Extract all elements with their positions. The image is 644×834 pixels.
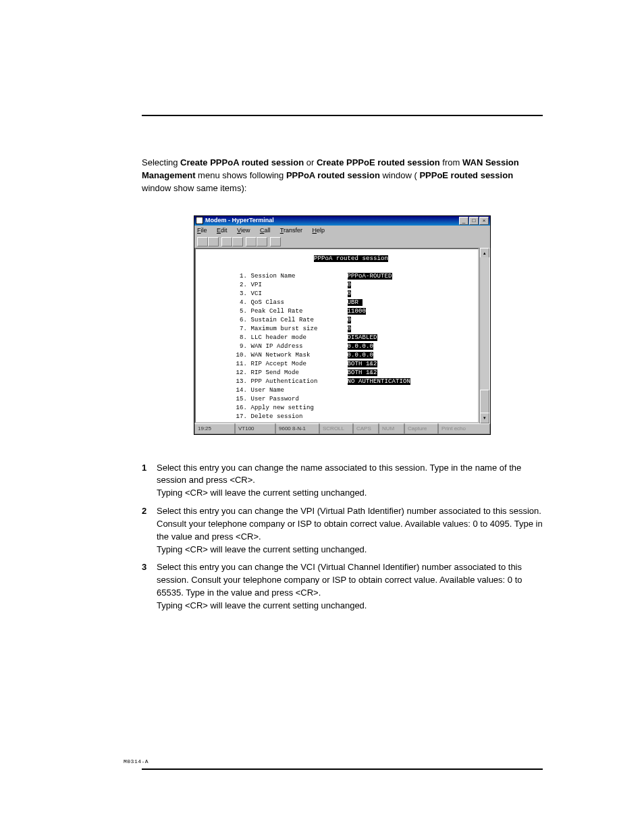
item-text: Typing <CR> will leave the current setti… bbox=[157, 488, 367, 498]
t: menu shows following bbox=[198, 170, 286, 180]
close-icon[interactable]: × bbox=[479, 217, 489, 225]
t: from bbox=[442, 157, 462, 167]
t: PPPoE routed session bbox=[419, 170, 513, 180]
t: Create PPPoE routed session bbox=[317, 157, 440, 167]
terminal-window: Modem - HyperTerminal _ □ × File Edit Vi… bbox=[194, 215, 491, 435]
scroll-track[interactable] bbox=[480, 257, 489, 414]
item-text: Select this entry you can change the nam… bbox=[157, 463, 521, 486]
status-time: 19:25 bbox=[194, 423, 235, 434]
t: window ( bbox=[382, 170, 417, 180]
divider bbox=[142, 768, 543, 770]
toolbar-props-icon[interactable] bbox=[270, 237, 281, 246]
toolbar-new-icon[interactable] bbox=[197, 237, 208, 246]
t: Create PPPoA routed session bbox=[180, 157, 304, 167]
scroll-thumb[interactable] bbox=[480, 390, 489, 414]
maximize-icon[interactable]: □ bbox=[469, 217, 479, 225]
doc-code: M0314-A bbox=[124, 758, 149, 764]
scroll-down-icon[interactable]: ▾ bbox=[480, 413, 489, 423]
t: window show same items): bbox=[142, 183, 246, 193]
scrollbar[interactable]: ▴ ▾ bbox=[479, 248, 490, 423]
window-title: Modem - HyperTerminal bbox=[205, 216, 274, 225]
minimize-icon[interactable]: _ bbox=[459, 217, 468, 225]
status-bar: 19:25 VT100 9600 8-N-1 SCROLL CAPS NUM C… bbox=[194, 423, 490, 434]
status-caps: CAPS bbox=[353, 423, 379, 434]
menu-transfer[interactable]: Transfer bbox=[280, 227, 306, 234]
menu-bar[interactable]: File Edit View Call Transfer Help bbox=[194, 226, 490, 236]
status-print: Print echo bbox=[438, 423, 490, 434]
menu-view[interactable]: View bbox=[237, 227, 254, 234]
status-num: NUM bbox=[379, 423, 404, 434]
intro-paragraph: Selecting Create PPPoA routed session or… bbox=[142, 157, 543, 195]
item-num: 1 bbox=[142, 462, 157, 500]
menu-call[interactable]: Call bbox=[260, 227, 275, 234]
t: or bbox=[306, 157, 317, 167]
t: PPPoA routed session bbox=[286, 170, 380, 180]
toolbar bbox=[194, 236, 490, 248]
item-text: Typing <CR> will leave the current setti… bbox=[157, 544, 367, 554]
app-icon bbox=[196, 217, 203, 224]
toolbar-open-icon[interactable] bbox=[208, 237, 219, 246]
toolbar-send-icon[interactable] bbox=[246, 237, 257, 246]
divider bbox=[142, 115, 543, 116]
toolbar-hangup-icon[interactable] bbox=[232, 237, 243, 246]
item-num: 2 bbox=[142, 505, 157, 556]
item-text: Select this entry you can change the VCI… bbox=[157, 562, 522, 598]
terminal-output: PPPoA routed session 1. Session Name PPP… bbox=[194, 248, 479, 423]
t: Selecting bbox=[142, 157, 180, 167]
status-capture: Capture bbox=[404, 423, 438, 434]
toolbar-call-icon[interactable] bbox=[221, 237, 232, 246]
menu-help[interactable]: Help bbox=[313, 227, 329, 234]
item-text: Typing <CR> will leave the current setti… bbox=[157, 600, 367, 610]
menu-edit[interactable]: Edit bbox=[217, 227, 232, 234]
status-term: VT100 bbox=[235, 423, 275, 434]
menu-file[interactable]: File bbox=[197, 227, 211, 234]
item-text: Select this entry you can change the VPI… bbox=[157, 506, 543, 542]
title-bar[interactable]: Modem - HyperTerminal _ □ × bbox=[194, 216, 490, 226]
item-num: 3 bbox=[142, 561, 157, 612]
toolbar-receive-icon[interactable] bbox=[257, 237, 267, 246]
status-scroll: SCROLL bbox=[319, 423, 353, 434]
status-conn: 9600 8-N-1 bbox=[275, 423, 319, 434]
